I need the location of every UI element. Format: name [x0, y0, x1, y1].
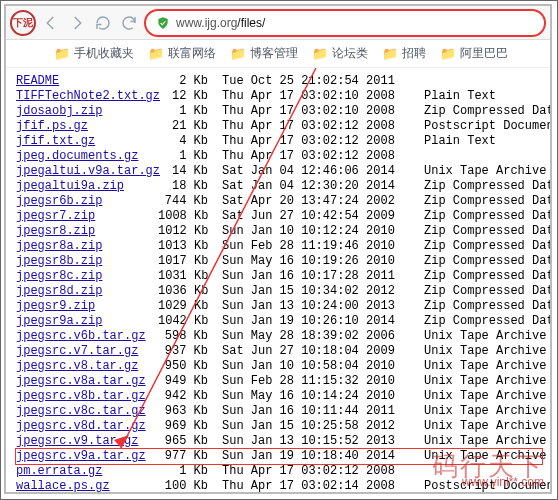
browser-window: 下泥 www.ijg.org/files/ 📁手机收藏夹📁联: [4, 4, 552, 494]
url-bar[interactable]: www.ijg.org/files/: [144, 9, 546, 37]
file-description: Zip Compressed Data: [418, 239, 550, 254]
file-description: Plain Text: [418, 134, 542, 149]
file-link[interactable]: jfif.txt.gz: [16, 134, 95, 148]
file-link[interactable]: jpegsr6b.zip: [16, 194, 102, 208]
file-link[interactable]: pm.errata.gz: [16, 464, 102, 478]
file-row: jfif.txt.gz4 KbThu Apr 17 03:02:12 2008P…: [16, 134, 542, 149]
file-date: Sun Jan 15 10:34:02 2012: [218, 284, 418, 299]
file-description: Zip Compressed Data: [418, 104, 550, 119]
file-date: Sat Apr 20 13:47:24 2002: [218, 194, 418, 209]
file-link[interactable]: jpegsrc.v6b.tar.gz: [16, 329, 146, 343]
file-row: jpegsr8a.zip1013 KbSun Feb 28 11:19:46 2…: [16, 239, 542, 254]
file-description: Zip Compressed Data: [418, 179, 550, 194]
file-date: Thu Apr 17 03:02:14 2008: [218, 479, 418, 492]
file-description: Zip Compressed Data: [418, 314, 550, 329]
file-link[interactable]: jpegsrc.v8a.tar.gz: [16, 374, 146, 388]
file-date: Sun Jan 19 10:18:40 2014: [218, 449, 418, 464]
file-row: jpegaltui.v9a.tar.gz14 KbSat Jan 04 12:4…: [16, 164, 542, 179]
file-link[interactable]: jpegaltui9a.zip: [16, 179, 124, 193]
file-link[interactable]: jpegsr8.zip: [16, 224, 95, 238]
file-link[interactable]: jpegsr9.zip: [16, 299, 95, 313]
file-link[interactable]: jpegsrc.v9a.tar.gz: [16, 449, 146, 463]
file-size: 949 Kb: [158, 374, 218, 389]
file-row: jpegsr8c.zip1031 KbSun Jan 16 10:17:28 2…: [16, 269, 542, 284]
browser-logo: 下泥: [10, 10, 36, 36]
file-link[interactable]: jpegsrc.v9.tar.gz: [16, 434, 138, 448]
file-listing: README2 KbTue Oct 25 21:02:54 2011TIFFTe…: [16, 74, 542, 492]
file-link[interactable]: jpegsrc.v8c.tar.gz: [16, 404, 146, 418]
bookmark-item[interactable]: 📁论坛类: [312, 45, 368, 62]
file-link[interactable]: jpegsr9a.zip: [16, 314, 102, 328]
folder-icon: 📁: [54, 46, 70, 61]
file-size: 1012 Kb: [158, 224, 218, 239]
file-size: 965 Kb: [158, 434, 218, 449]
file-row: jpegsrc.v8a.tar.gz949 KbSun Feb 28 11:15…: [16, 374, 542, 389]
file-description: Zip Compressed Data: [418, 194, 550, 209]
bookmark-item[interactable]: 📁招聘: [382, 45, 426, 62]
file-date: Sat Jun 27 10:42:54 2009: [218, 209, 418, 224]
file-description: Unix Tape Archive: [418, 359, 546, 374]
file-row: jpegsrc.v8.tar.gz950 KbSun Jan 10 10:58:…: [16, 359, 542, 374]
file-link[interactable]: jdosaobj.zip: [16, 104, 102, 118]
file-link[interactable]: jfif.ps.gz: [16, 119, 88, 133]
file-link[interactable]: jpegsr8b.zip: [16, 254, 102, 268]
file-row: jpegsrc.v8b.tar.gz942 KbSun May 16 10:14…: [16, 389, 542, 404]
file-link[interactable]: jpegaltui.v9a.tar.gz: [16, 164, 160, 178]
file-description: Zip Compressed Data: [418, 269, 550, 284]
file-link[interactable]: README: [16, 74, 59, 88]
bookmark-item[interactable]: 📁博客管理: [230, 45, 298, 62]
file-row: jpegsr8.zip1012 KbSun Jan 10 10:12:24 20…: [16, 224, 542, 239]
file-size: 937 Kb: [158, 344, 218, 359]
file-link[interactable]: jpegsrc.v7.tar.gz: [16, 344, 138, 358]
file-link[interactable]: TIFFTechNote2.txt.gz: [16, 89, 160, 103]
file-size: 21 Kb: [158, 119, 218, 134]
file-link[interactable]: jpeg.documents.gz: [16, 149, 138, 163]
file-size: 1013 Kb: [158, 239, 218, 254]
file-link[interactable]: jpegsrc.v8b.tar.gz: [16, 389, 146, 403]
file-row: TIFFTechNote2.txt.gz12 KbThu Apr 17 03:0…: [16, 89, 542, 104]
file-description: Unix Tape Archive: [418, 329, 546, 344]
folder-icon: 📁: [230, 46, 246, 61]
file-size: 1031 Kb: [158, 269, 218, 284]
forward-button[interactable]: [68, 14, 86, 32]
file-link[interactable]: jpegsr8a.zip: [16, 239, 102, 253]
file-size: 1042 Kb: [158, 314, 218, 329]
file-row: jpegsr7.zip1008 KbSat Jun 27 10:42:54 20…: [16, 209, 542, 224]
bookmark-label: 招聘: [402, 45, 426, 62]
file-description: Unix Tape Archive: [418, 374, 546, 389]
file-link[interactable]: jpegsrc.v8d.tar.gz: [16, 419, 146, 433]
file-description: Plain Text: [418, 89, 542, 104]
bookmark-item[interactable]: 📁手机收藏夹: [54, 45, 134, 62]
file-size: 1 Kb: [158, 104, 218, 119]
file-link[interactable]: jpegsr8c.zip: [16, 269, 102, 283]
file-row: jpegsr8d.zip1036 KbSun Jan 15 10:34:02 2…: [16, 284, 542, 299]
file-size: 977 Kb: [158, 449, 218, 464]
url-host: www.ijg.org: [176, 16, 237, 30]
file-date: Thu Apr 17 03:02:12 2008: [218, 464, 418, 479]
file-size: 4 Kb: [158, 134, 218, 149]
file-row: jpegsrc.v9a.tar.gz977 KbSun Jan 19 10:18…: [16, 449, 542, 464]
browser-navbar: 下泥 www.ijg.org/files/: [6, 6, 550, 40]
file-size: 969 Kb: [158, 419, 218, 434]
folder-icon: 📁: [148, 46, 164, 61]
bookmark-item[interactable]: 📁联富网络: [148, 45, 216, 62]
undo-button[interactable]: [120, 14, 138, 32]
file-size: 942 Kb: [158, 389, 218, 404]
file-description: Unix Tape Archive: [418, 419, 546, 434]
file-date: Thu Apr 17 03:02:10 2008: [218, 89, 418, 104]
back-button[interactable]: [42, 14, 60, 32]
file-link[interactable]: jpegsrc.v8.tar.gz: [16, 359, 138, 373]
bookmark-label: 手机收藏夹: [74, 45, 134, 62]
url-path: /files/: [237, 16, 265, 30]
file-link[interactable]: jpegsr7.zip: [16, 209, 95, 223]
url-text: www.ijg.org/files/: [176, 16, 265, 30]
file-size: 744 Kb: [158, 194, 218, 209]
file-date: Sun Feb 28 11:15:32 2010: [218, 374, 418, 389]
file-date: Sat Jan 04 12:46:06 2014: [218, 164, 418, 179]
file-link[interactable]: jpegsr8d.zip: [16, 284, 102, 298]
reload-button[interactable]: [94, 14, 112, 32]
file-description: [418, 149, 542, 164]
file-link[interactable]: wallace.ps.gz: [16, 479, 110, 492]
bookmark-item[interactable]: 📁阿里巴巴: [440, 45, 508, 62]
file-row: jpegsrc.v9.tar.gz965 KbSun Jan 13 10:15:…: [16, 434, 542, 449]
